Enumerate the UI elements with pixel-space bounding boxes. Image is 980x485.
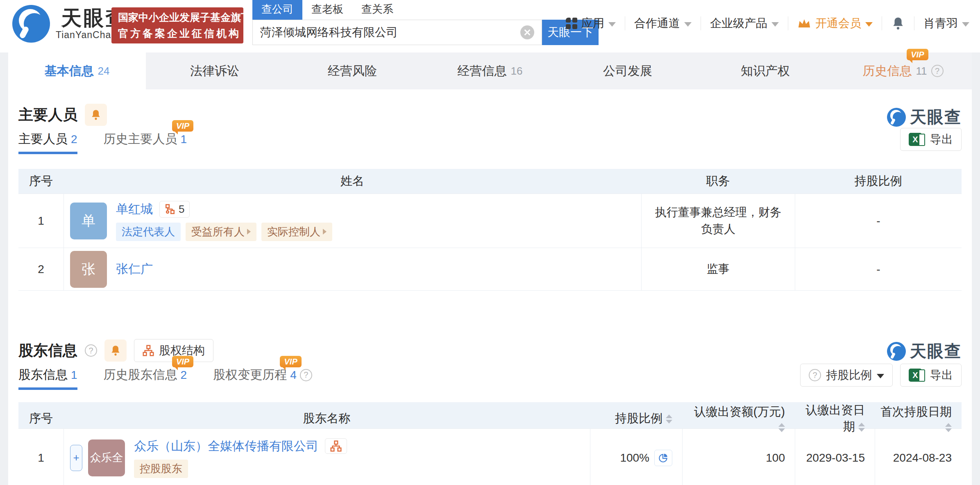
row-serial: 2 bbox=[18, 248, 64, 290]
vip-badge: VIP bbox=[172, 120, 193, 132]
ratio-cell: - bbox=[795, 194, 962, 248]
relation-count: 5 bbox=[179, 203, 184, 216]
expand-button[interactable]: + bbox=[70, 445, 82, 471]
tab-basic-info[interactable]: 基本信息 24 bbox=[8, 52, 146, 89]
ratio-cell: - bbox=[795, 248, 962, 290]
col-ratio[interactable]: 持股比例 bbox=[590, 410, 682, 427]
crown-icon bbox=[797, 17, 811, 30]
row-serial: 1 bbox=[18, 429, 64, 485]
official-credit-badge: 国家中小企业发展子基金旗下 官方备案企业征信机构 bbox=[111, 7, 243, 43]
search-tab-relation[interactable]: 查关系 bbox=[352, 0, 402, 20]
subtab-count: 1 bbox=[71, 369, 77, 382]
pie-chart-icon[interactable] bbox=[654, 450, 672, 466]
subtab-shareholders[interactable]: 股东信息 1 bbox=[18, 367, 77, 390]
subscribe-bell-button[interactable] bbox=[104, 339, 127, 362]
subtab-label: 主要人员 bbox=[18, 131, 68, 148]
divider bbox=[625, 16, 625, 30]
bell-icon bbox=[90, 109, 102, 121]
excel-icon: X bbox=[909, 369, 922, 382]
export-button[interactable]: X 导出 bbox=[900, 364, 962, 387]
equity-structure-mini-button[interactable] bbox=[325, 438, 347, 454]
subtab-history-shareholders[interactable]: VIP 历史股东信息 2 bbox=[104, 367, 187, 390]
watermark-text: 天眼查 bbox=[910, 106, 962, 128]
search-tabs: 查公司 查老板 查关系 bbox=[252, 1, 599, 20]
subtab-count: 2 bbox=[181, 369, 187, 382]
chevron-right-icon bbox=[247, 229, 251, 235]
table-row: 2 张 张仁广 监事 - bbox=[18, 248, 962, 290]
subtab-key-members[interactable]: 主要人员 2 bbox=[18, 131, 77, 154]
export-button[interactable]: X 导出 bbox=[900, 128, 962, 151]
notifications-bell[interactable] bbox=[891, 16, 905, 31]
tab-count: 11 bbox=[916, 65, 927, 77]
tab-company-development[interactable]: 公司发展 bbox=[559, 52, 696, 89]
chevron-down-icon bbox=[865, 22, 873, 27]
tab-count: 16 bbox=[511, 65, 523, 77]
nav-enterprise[interactable]: 企业级产品 bbox=[710, 16, 779, 31]
nav-vip[interactable]: 开通会员 bbox=[797, 16, 873, 31]
help-icon[interactable]: ? bbox=[931, 65, 944, 77]
nav-user[interactable]: 肖青羽 bbox=[923, 16, 969, 31]
search-tab-boss[interactable]: 查老板 bbox=[302, 0, 352, 20]
nav-partner-label: 合作通道 bbox=[634, 16, 680, 31]
tag-legal-representative[interactable]: 法定代表人 bbox=[116, 223, 181, 241]
tab-history-info[interactable]: VIP 历史信息 11 ? bbox=[834, 52, 972, 89]
org-chart-icon bbox=[143, 345, 154, 356]
subtab-count: 4 bbox=[290, 369, 297, 382]
divider bbox=[788, 16, 788, 30]
tab-label: 经营风险 bbox=[328, 63, 377, 80]
tianyancha-logo-icon bbox=[887, 108, 906, 127]
chevron-down-icon bbox=[877, 374, 884, 378]
person-link[interactable]: 单红城 bbox=[116, 201, 153, 218]
watermark-text: 天眼查 bbox=[910, 340, 962, 362]
row-serial: 1 bbox=[18, 194, 64, 248]
tab-label: 基本信息 bbox=[45, 63, 94, 80]
shareholders-section: 股东信息 ? 股权结构 天眼查 股东信息 1 VIP 历史股东信息 2 bbox=[18, 339, 962, 485]
excel-icon: X bbox=[909, 133, 922, 146]
subtab-label: 股东信息 bbox=[18, 367, 68, 383]
watermark-logo: 天眼查 bbox=[887, 106, 962, 128]
subscribe-bell-button[interactable] bbox=[85, 104, 107, 126]
tag-controlling-shareholder[interactable]: 控股股东 bbox=[134, 460, 188, 478]
tab-label: 知识产权 bbox=[741, 63, 790, 80]
amount-cell: 100 bbox=[682, 429, 795, 485]
person-link[interactable]: 张仁广 bbox=[116, 261, 153, 278]
chevron-down-icon bbox=[608, 22, 616, 27]
first-hold-date-cell: 2024-08-23 bbox=[875, 429, 962, 485]
help-icon[interactable]: ? bbox=[300, 369, 312, 381]
tag-actual-controller[interactable]: 实际控制人 bbox=[261, 223, 332, 241]
tab-legal[interactable]: 法律诉讼 bbox=[146, 52, 284, 89]
chevron-right-icon bbox=[323, 229, 327, 235]
divider bbox=[914, 16, 914, 30]
subtab-equity-change-history[interactable]: VIP 股权变更历程 4 ? bbox=[213, 367, 312, 390]
nav-partner[interactable]: 合作通道 bbox=[634, 16, 692, 31]
relation-count-badge[interactable]: 5 bbox=[159, 201, 190, 218]
nav-vip-label: 开通会员 bbox=[815, 16, 861, 31]
tag-beneficial-owner[interactable]: 受益所有人 bbox=[186, 223, 256, 241]
ratio-filter-dropdown[interactable]: ? 持股比例 bbox=[800, 364, 893, 387]
tab-operation-risk[interactable]: 经营风险 bbox=[284, 52, 421, 89]
org-chart-icon bbox=[330, 440, 342, 452]
subtab-count: 1 bbox=[181, 133, 187, 146]
tab-intellectual-property[interactable]: 知识产权 bbox=[696, 52, 834, 89]
badge-line2: 官方备案企业征信机构 bbox=[118, 27, 237, 40]
tab-label: 公司发展 bbox=[603, 63, 652, 80]
avatar: 单 bbox=[70, 203, 107, 239]
badge-line1: 国家中小企业发展子基金旗下 bbox=[118, 11, 237, 24]
col-serial: 序号 bbox=[18, 173, 64, 189]
nav-user-name: 肖青羽 bbox=[923, 16, 958, 31]
clear-icon[interactable] bbox=[520, 25, 534, 39]
tab-operation-info[interactable]: 经营信息 16 bbox=[421, 52, 559, 89]
chevron-down-icon bbox=[684, 22, 692, 27]
search-input-box bbox=[252, 20, 542, 45]
sort-icon[interactable] bbox=[666, 414, 672, 424]
subscribe-date-cell: 2029-03-15 bbox=[795, 429, 875, 485]
subtab-label: 股权变更历程 bbox=[213, 367, 287, 383]
help-icon[interactable]: ? bbox=[85, 344, 97, 357]
search-input[interactable] bbox=[260, 26, 515, 39]
subtab-history-members[interactable]: VIP 历史主要人员 1 bbox=[104, 131, 187, 154]
subtab-label: 历史股东信息 bbox=[104, 367, 177, 383]
nav-apps[interactable]: 应用 bbox=[566, 16, 616, 31]
search-tab-company[interactable]: 查公司 bbox=[252, 0, 302, 20]
company-link[interactable]: 众乐（山东）全媒体传播有限公司 bbox=[134, 438, 318, 455]
export-label: 导出 bbox=[930, 367, 953, 383]
